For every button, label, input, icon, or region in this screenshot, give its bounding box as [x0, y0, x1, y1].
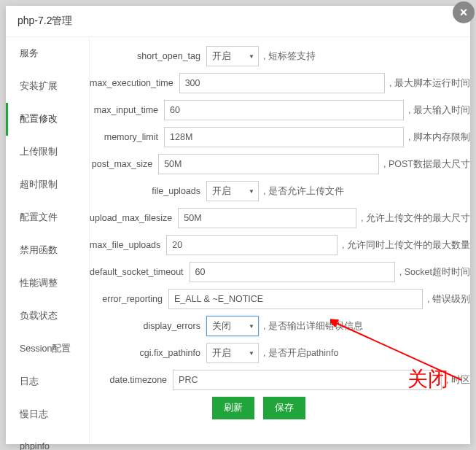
config-label: max_file_uploads	[90, 240, 166, 250]
config-input-max_input_time[interactable]	[164, 100, 404, 120]
config-label: display_errors	[90, 321, 206, 331]
config-row-max_execution_time: max_execution_time, 最大脚本运行时间	[90, 73, 470, 93]
config-row-default_socket_timeout: default_socket_timeout, Socket超时时间	[90, 262, 470, 282]
sidebar-item-3[interactable]: 上传限制	[6, 136, 89, 168]
config-desc: , 错误级别	[427, 293, 470, 306]
config-label: post_max_size	[90, 159, 158, 169]
config-input-error_reporting[interactable]	[168, 289, 423, 309]
config-label: max_execution_time	[90, 78, 179, 88]
sidebar-item-9[interactable]: Session配置	[6, 333, 89, 365]
config-desc: , 是否开启pathinfo	[263, 347, 338, 360]
modal-title: php-7.2管理	[6, 6, 470, 37]
sidebar-item-6[interactable]: 禁用函数	[6, 234, 89, 267]
sidebar-item-0[interactable]: 服务	[6, 37, 89, 70]
config-label: default_socket_timeout	[90, 267, 190, 277]
config-label: error_reporting	[90, 294, 168, 304]
save-button[interactable]: 保存	[263, 397, 305, 419]
sidebar-item-1[interactable]: 安装扩展	[6, 70, 89, 103]
config-label: cgi.fix_pathinfo	[90, 348, 206, 358]
config-row-display_errors: display_errors关闭, 是否输出详细错误信息	[90, 316, 470, 336]
config-input-default_socket_timeout[interactable]	[190, 262, 395, 282]
sidebar: 服务安装扩展配置修改上传限制超时限制配置文件禁用函数性能调整负载状态Sessio…	[6, 37, 90, 443]
sidebar-item-10[interactable]: 日志	[6, 365, 89, 398]
config-row-memory_limit: memory_limit, 脚本内存限制	[90, 127, 470, 147]
config-row-short_open_tag: short_open_tag开启, 短标签支持	[90, 46, 470, 66]
sidebar-item-2[interactable]: 配置修改	[6, 103, 89, 136]
config-row-post_max_size: post_max_size, POST数据最大尺寸	[90, 154, 470, 174]
config-select-cgi.fix_pathinfo[interactable]: 开启	[206, 343, 259, 363]
annotation-text: 关闭	[407, 365, 448, 393]
config-input-memory_limit[interactable]	[164, 127, 404, 147]
config-row-cgi.fix_pathinfo: cgi.fix_pathinfo开启, 是否开启pathinfo	[90, 343, 470, 363]
config-select-short_open_tag[interactable]: 开启	[206, 46, 259, 66]
sidebar-item-12[interactable]: phpinfo	[6, 431, 89, 450]
config-row-upload_max_filesize: upload_max_filesize, 允许上传文件的最大尺寸	[90, 208, 470, 228]
config-desc: , POST数据最大尺寸	[383, 158, 470, 171]
config-label: date.timezone	[90, 375, 173, 385]
content: short_open_tag开启, 短标签支持max_execution_tim…	[90, 37, 470, 443]
config-desc: , 脚本内存限制	[408, 131, 470, 144]
config-row-max_input_time: max_input_time, 最大输入时间	[90, 100, 470, 120]
config-label: upload_max_filesize	[90, 213, 178, 223]
config-label: max_input_time	[90, 105, 164, 115]
config-desc: , 允许同时上传文件的最大数量	[342, 239, 470, 252]
config-input-max_file_uploads[interactable]	[166, 235, 338, 255]
config-input-upload_max_filesize[interactable]	[178, 208, 356, 228]
config-row-file_uploads: file_uploads开启, 是否允许上传文件	[90, 181, 470, 201]
config-desc: , 短标签支持	[263, 50, 316, 63]
config-row-max_file_uploads: max_file_uploads, 允许同时上传文件的最大数量	[90, 235, 470, 255]
sidebar-item-11[interactable]: 慢日志	[6, 398, 89, 431]
config-label: memory_limit	[90, 132, 164, 142]
sidebar-item-8[interactable]: 负载状态	[6, 300, 89, 333]
config-row-error_reporting: error_reporting, 错误级别	[90, 289, 470, 309]
config-desc: , 是否允许上传文件	[263, 185, 344, 198]
config-label: short_open_tag	[90, 51, 206, 61]
config-desc: , Socket超时时间	[399, 266, 470, 279]
sidebar-item-4[interactable]: 超时限制	[6, 168, 89, 201]
config-select-display_errors[interactable]: 关闭	[206, 316, 259, 336]
config-desc: , 时区	[446, 374, 470, 387]
sidebar-item-5[interactable]: 配置文件	[6, 201, 89, 234]
config-desc: , 最大输入时间	[408, 104, 470, 117]
refresh-button[interactable]: 刷新	[212, 397, 254, 419]
config-input-post_max_size[interactable]	[158, 154, 379, 174]
sidebar-item-7[interactable]: 性能调整	[6, 267, 89, 300]
config-label: file_uploads	[90, 186, 206, 196]
config-select-file_uploads[interactable]: 开启	[206, 181, 259, 201]
config-desc: , 最大脚本运行时间	[389, 77, 470, 90]
config-input-date.timezone[interactable]	[173, 370, 442, 390]
config-desc: , 是否输出详细错误信息	[263, 320, 363, 333]
config-input-max_execution_time[interactable]	[179, 73, 385, 93]
config-desc: , 允许上传文件的最大尺寸	[361, 212, 470, 225]
close-icon[interactable]: ×	[453, 1, 475, 23]
